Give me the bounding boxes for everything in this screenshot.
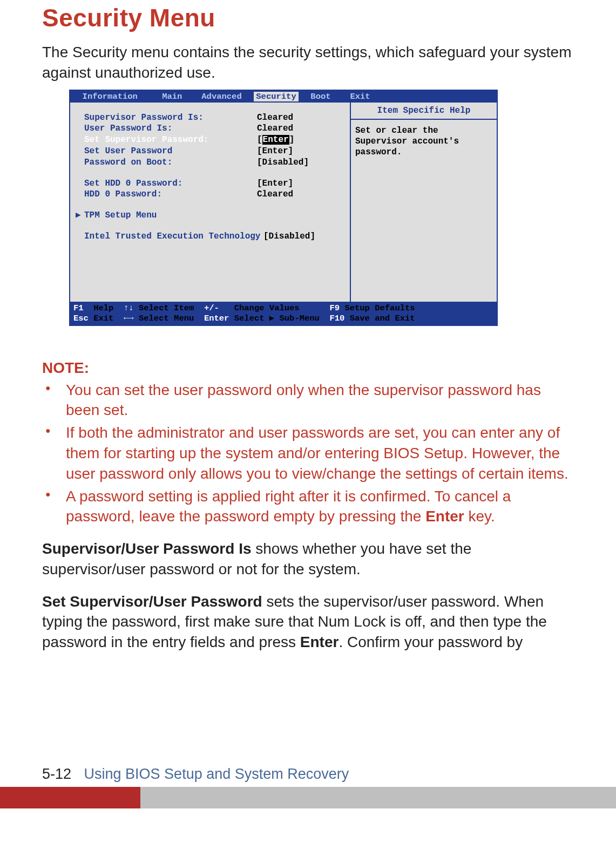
field-label: Set Supervisor Password: (84, 134, 257, 146)
term: Supervisor/User Password Is (42, 540, 252, 557)
pad (299, 92, 309, 101)
page-title: Security Menu (42, 3, 574, 32)
field-value: Cleared (257, 112, 293, 124)
blank-row (70, 200, 350, 210)
field-label: Supervisor Password Is: (84, 112, 257, 124)
bios-tab-advanced[interactable]: Advanced (199, 92, 243, 101)
bios-tab-security[interactable]: Security (254, 92, 298, 101)
key-esc: Esc (73, 314, 89, 324)
bios-tab-information[interactable]: Information (80, 92, 140, 101)
bios-tab-boot[interactable]: Boot (308, 92, 333, 101)
field-value: [Disabled] (263, 231, 315, 242)
bios-row-set-supervisor-pw[interactable]: Set Supervisor Password: [Enter] (70, 134, 350, 146)
bios-screenshot: Information Main Advanced Security Boot … (69, 90, 498, 326)
pad (70, 92, 80, 101)
bios-row-set-user-pw[interactable]: Set User Password [Enter] (70, 146, 350, 157)
section-title: Using BIOS Setup and System Recovery (84, 766, 349, 782)
pad (333, 92, 348, 101)
bios-row-user-pw-is[interactable]: User Password Is: Cleared (70, 123, 350, 134)
key-f9: F9 (329, 303, 340, 314)
paragraph-supervisor-user-pw-is: Supervisor/User Password Is shows whethe… (42, 539, 574, 580)
page-number: 5-12 (42, 766, 71, 782)
term: Set Supervisor/User Password (42, 593, 262, 610)
note-list: You can set the user password only when … (42, 380, 574, 527)
page-footer: 5-12 Using BIOS Setup and System Recover… (0, 766, 616, 808)
key-desc: Setup Defaults (344, 303, 415, 314)
pad (184, 92, 199, 101)
key-desc: Help (93, 303, 113, 314)
bios-help-pane: Item Specific Help Set or clear the Supe… (351, 103, 497, 302)
bios-footer: F1 Help ↑↓ Select Item +/- Change Values… (70, 302, 497, 325)
help-header: Item Specific Help (351, 103, 497, 120)
key-desc: Select Item (139, 303, 194, 314)
key-plusminus: +/- (204, 303, 219, 314)
help-text: Set or clear the Supervisor account's pa… (351, 120, 497, 163)
note-item: You can set the user password only when … (60, 380, 574, 421)
bios-tab-main[interactable]: Main (160, 92, 184, 101)
field-value: [Disabled] (257, 157, 309, 168)
note-item: If both the administrator and user passw… (60, 423, 574, 484)
field-value: Cleared (257, 123, 293, 134)
bios-settings-pane: Supervisor Password Is: Cleared User Pas… (70, 103, 351, 302)
key-enter: Enter (204, 314, 229, 324)
bios-tab-exit[interactable]: Exit (348, 92, 372, 101)
field-label: Intel Trusted Execution Technology (84, 231, 263, 242)
bios-row-set-hdd0-pw[interactable]: Set HDD 0 Password: [Enter] (70, 178, 350, 189)
footer-bar-red (0, 787, 140, 808)
field-value: [Enter] (257, 134, 294, 146)
key-desc: Exit (93, 314, 113, 324)
note-item: A password setting is applied right afte… (60, 486, 574, 527)
key-f10: F10 (330, 314, 345, 324)
field-value: Cleared (257, 189, 293, 200)
footer-bar-gray (140, 787, 616, 808)
pad (140, 92, 160, 101)
bios-row-supervisor-pw-is[interactable]: Supervisor Password Is: Cleared (70, 112, 350, 124)
note-heading: NOTE: (42, 359, 574, 377)
paragraph-set-supervisor-user-pw: Set Supervisor/User Password sets the su… (42, 592, 574, 652)
blank-row (70, 221, 350, 231)
field-label: Password on Boot: (84, 157, 257, 168)
key-f1: F1 (73, 303, 84, 314)
field-label: User Password Is: (84, 123, 257, 134)
bios-row-intel-txt[interactable]: Intel Trusted Execution Technology [Disa… (70, 231, 350, 242)
bios-row-hdd0-pw[interactable]: HDD 0 Password: Cleared (70, 189, 350, 200)
keyword-enter: Enter (425, 508, 464, 525)
key-desc: Save and Exit (350, 314, 415, 324)
field-value: [Enter] (257, 146, 293, 157)
pad (244, 92, 254, 101)
key-desc: Select Menu (139, 314, 194, 324)
bios-row-password-on-boot[interactable]: Password on Boot: [Disabled] (70, 157, 350, 168)
key-desc: Change Values (234, 303, 300, 314)
keyword-enter: Enter (300, 634, 339, 650)
bios-row-tpm-setup-menu[interactable]: ▶ TPM Setup Menu (70, 210, 350, 221)
bios-tab-bar: Information Main Advanced Security Boot … (70, 91, 497, 103)
key-arrows-ud: ↑↓ (124, 303, 134, 314)
key-arrows-lr: ←→ (124, 314, 134, 324)
intro-paragraph: The Security menu contains the security … (42, 42, 574, 83)
field-label: TPM Setup Menu (84, 210, 248, 221)
blank-row (70, 168, 350, 178)
field-label: HDD 0 Password: (84, 189, 257, 200)
field-label: Set User Password (84, 146, 257, 157)
submenu-arrow-icon: ▶ (76, 210, 84, 221)
key-desc: Select ▶ Sub-Menu (234, 314, 320, 324)
field-label: Set HDD 0 Password: (84, 178, 257, 189)
field-value: [Enter] (257, 178, 293, 189)
